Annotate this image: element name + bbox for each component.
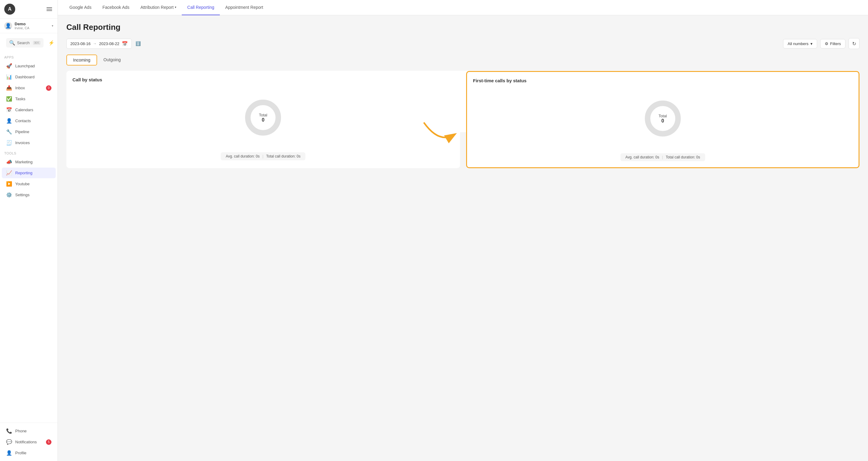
sidebar-item-label: Contacts xyxy=(15,118,31,123)
apps-section-label: Apps xyxy=(0,52,58,60)
call-by-status-title: Call by status xyxy=(72,77,454,82)
refresh-button[interactable]: ↻ xyxy=(848,38,860,49)
search-icon: 🔍 xyxy=(9,40,15,46)
invoices-icon: 🧾 xyxy=(6,140,12,146)
lightning-icon[interactable]: ⚡ xyxy=(49,40,55,46)
date-range-picker[interactable]: 2023-08-16 → 2023-08-22 📅 xyxy=(66,39,132,49)
avg-duration-value: 0s xyxy=(256,154,260,159)
menu-toggle-button[interactable] xyxy=(45,6,53,12)
first-time-avg-stat: Avg. call duration: 0s | Total call dura… xyxy=(620,153,705,161)
demo-name: Demo xyxy=(14,22,49,26)
sidebar-item-tasks[interactable]: ✅ Tasks xyxy=(2,93,56,104)
nav-facebook-ads[interactable]: Facebook Ads xyxy=(97,0,135,15)
contacts-icon: 👤 xyxy=(6,118,12,124)
demo-location: Irvine, CA xyxy=(14,26,49,30)
sidebar-item-notifications[interactable]: 💬 Notifications 5 xyxy=(2,437,56,447)
tab-outgoing[interactable]: Outgoing xyxy=(97,55,127,65)
sidebar-item-phone[interactable]: 📞 Phone xyxy=(2,426,56,436)
first-time-donut-label: Total xyxy=(658,114,667,118)
search-shortcut: ⌘K xyxy=(33,41,40,45)
tasks-icon: ✅ xyxy=(6,96,12,102)
first-time-calls-footer: Avg. call duration: 0s | Total call dura… xyxy=(473,153,853,161)
call-by-status-chart: Total 0 xyxy=(72,87,454,148)
call-by-status-footer: Avg. call duration: 0s | Total call dura… xyxy=(72,152,454,160)
inbox-icon: 📥 xyxy=(6,85,12,91)
phone-icon: 📞 xyxy=(6,428,12,434)
date-start: 2023-08-16 xyxy=(70,41,91,46)
date-arrow-icon: → xyxy=(93,41,97,46)
sidebar-item-contacts[interactable]: 👤 Contacts xyxy=(2,115,56,126)
filter-icon: ⚙ xyxy=(825,41,829,46)
sidebar-item-label: Reporting xyxy=(15,171,32,175)
pipeline-icon: 🔧 xyxy=(6,129,12,135)
marketing-icon: 📣 xyxy=(6,159,12,165)
settings-icon: ⚙️ xyxy=(6,192,12,198)
sidebar-item-label: Settings xyxy=(15,193,30,197)
filter-controls: All numbers ▾ ⚙ Filters ↻ xyxy=(783,38,860,49)
nav-google-ads[interactable]: Google Ads xyxy=(64,0,97,15)
info-icon[interactable]: ℹ️ xyxy=(135,41,141,46)
sidebar-header: A xyxy=(0,0,58,19)
chevron-down-icon: ▾ xyxy=(52,24,53,27)
sidebar-item-label: Notifications xyxy=(15,440,37,444)
sidebar-item-label: Pipeline xyxy=(15,129,29,134)
chevron-down-icon: ▾ xyxy=(810,41,813,46)
avatar: A xyxy=(4,4,15,15)
sidebar-item-invoices[interactable]: 🧾 Invoices xyxy=(2,137,56,148)
first-time-donut-value: 0 xyxy=(658,118,667,124)
main-area: Google Ads Facebook Ads Attribution Repo… xyxy=(58,0,868,461)
calendar-icon[interactable]: 📅 xyxy=(122,41,128,47)
sidebar: A 👤 Demo Irvine, CA ▾ 🔍 Search ⌘K ⚡ Apps… xyxy=(0,0,58,461)
search-bar[interactable]: 🔍 Search ⌘K xyxy=(6,38,43,48)
sidebar-bottom: 📞 Phone 💬 Notifications 5 👤 Profile xyxy=(0,423,58,461)
first-time-calls-chart: Total 0 xyxy=(473,88,853,149)
demo-account-selector[interactable]: 👤 Demo Irvine, CA ▾ xyxy=(0,19,58,33)
sidebar-item-dashboard[interactable]: 📊 Dashboard xyxy=(2,71,56,82)
launchpad-icon: 🚀 xyxy=(6,63,12,69)
page-title: Call Reporting xyxy=(66,23,860,32)
donut-label: Total xyxy=(259,113,267,117)
sidebar-item-profile[interactable]: 👤 Profile xyxy=(2,448,56,458)
sidebar-item-label: Launchpad xyxy=(15,64,35,68)
sidebar-item-label: Youtube xyxy=(15,181,30,186)
donut-value: 0 xyxy=(259,117,267,123)
notifications-badge: 5 xyxy=(46,439,52,445)
sidebar-item-inbox[interactable]: 📥 Inbox 0 xyxy=(2,83,56,93)
sidebar-item-label: Profile xyxy=(15,451,27,455)
sidebar-item-label: Marketing xyxy=(15,160,33,164)
calendars-icon: 📅 xyxy=(6,107,12,113)
date-end: 2023-08-22 xyxy=(99,41,120,46)
apps-nav: 🚀 Launchpad 📊 Dashboard 📥 Inbox 0 ✅ Task… xyxy=(0,60,58,148)
sidebar-item-youtube[interactable]: ▶️ Youtube xyxy=(2,178,56,189)
nav-appointment-report[interactable]: Appointment Report xyxy=(220,0,269,15)
call-direction-tabs: Incoming Outgoing xyxy=(66,55,860,65)
page-content: Call Reporting 2023-08-16 → 2023-08-22 📅… xyxy=(58,15,868,461)
tab-incoming[interactable]: Incoming xyxy=(66,55,97,65)
sidebar-item-reporting[interactable]: 📈 Reporting xyxy=(2,168,56,178)
refresh-icon: ↻ xyxy=(852,41,856,47)
sidebar-item-settings[interactable]: ⚙️ Settings xyxy=(2,190,56,200)
filters-button[interactable]: ⚙ Filters xyxy=(820,39,845,49)
first-time-calls-title: First-time calls by status xyxy=(473,78,853,83)
sidebar-item-calendars[interactable]: 📅 Calendars xyxy=(2,105,56,115)
dashboard-icon: 📊 xyxy=(6,74,12,80)
all-numbers-button[interactable]: All numbers ▾ xyxy=(783,39,817,49)
sidebar-item-pipeline[interactable]: 🔧 Pipeline xyxy=(2,126,56,137)
sidebar-item-launchpad[interactable]: 🚀 Launchpad xyxy=(2,61,56,71)
first-time-calls-card: First-time calls by status Total 0 xyxy=(466,71,860,168)
top-nav: Google Ads Facebook Ads Attribution Repo… xyxy=(58,0,868,15)
profile-icon: 👤 xyxy=(6,450,12,456)
tools-section-label: Tools xyxy=(0,148,58,156)
nav-call-reporting[interactable]: Call Reporting xyxy=(182,0,220,15)
sidebar-item-label: Phone xyxy=(15,429,27,433)
sidebar-item-label: Dashboard xyxy=(15,75,35,79)
notifications-icon: 💬 xyxy=(6,439,12,445)
sidebar-item-marketing[interactable]: 📣 Marketing xyxy=(2,156,56,167)
youtube-icon: ▶️ xyxy=(6,181,12,187)
sidebar-item-label: Invoices xyxy=(15,141,30,145)
total-duration-value: 0s xyxy=(297,154,301,159)
reporting-icon: 📈 xyxy=(6,170,12,176)
inbox-badge: 0 xyxy=(46,85,52,91)
first-time-total-value: 0s xyxy=(696,155,700,160)
nav-attribution-report[interactable]: Attribution Report ▾ xyxy=(135,0,182,15)
